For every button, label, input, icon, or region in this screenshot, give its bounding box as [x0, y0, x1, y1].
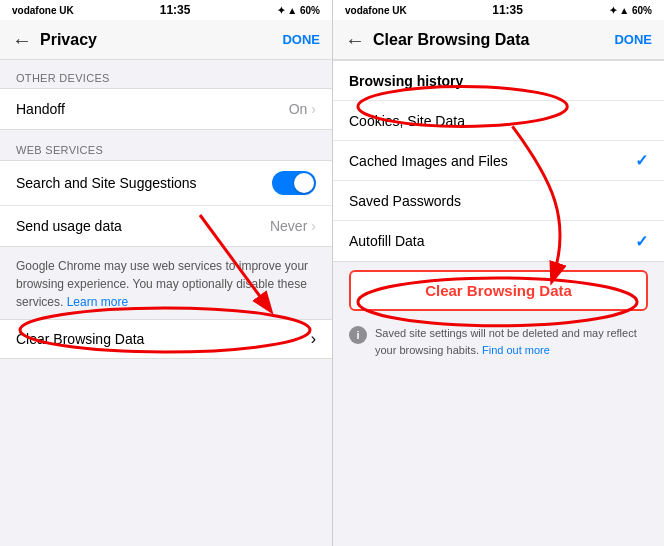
search-suggestions-toggle[interactable] [272, 171, 316, 195]
handoff-value: On [289, 101, 308, 117]
info-row: i Saved site settings will not be delete… [333, 317, 664, 366]
left-status-icons: ✦ ▲ 60% [277, 5, 320, 16]
left-carrier: vodafone UK [12, 5, 74, 16]
info-icon: i [349, 326, 367, 344]
left-nav-bar: ← Privacy DONE [0, 20, 332, 60]
right-back-button[interactable]: ← [345, 30, 365, 50]
browsing-data-options: Browsing history Cookies, Site Data Cach… [333, 60, 664, 262]
left-done-button[interactable]: DONE [282, 32, 320, 47]
left-phone-panel: vodafone UK 11:35 ✦ ▲ 60% ← Privacy DONE… [0, 0, 332, 546]
clear-data-button[interactable]: Clear Browsing Data [349, 270, 648, 311]
autofill-checkmark-icon: ✓ [635, 232, 648, 251]
left-status-bar: vodafone UK 11:35 ✦ ▲ 60% [0, 0, 332, 20]
learn-more-link[interactable]: Learn more [67, 295, 128, 309]
web-services-group: Search and Site Suggestions Send usage d… [0, 160, 332, 247]
left-back-button[interactable]: ← [12, 30, 32, 50]
send-usage-row[interactable]: Send usage data Never › [0, 206, 332, 246]
web-services-description: Google Chrome may use web services to im… [0, 249, 332, 315]
autofill-data-label: Autofill Data [349, 233, 635, 249]
other-devices-label: Other Devices [0, 60, 332, 88]
handoff-row[interactable]: Handoff On › [0, 89, 332, 129]
right-phone-panel: vodafone UK 11:35 ✦ ▲ 60% ← Clear Browsi… [332, 0, 664, 546]
clear-data-button-label: Clear Browsing Data [425, 282, 572, 299]
cached-images-label: Cached Images and Files [349, 153, 635, 169]
find-out-more-link[interactable]: Find out more [482, 344, 550, 356]
cookies-row[interactable]: Cookies, Site Data [333, 101, 664, 141]
saved-passwords-row[interactable]: Saved Passwords [333, 181, 664, 221]
clear-browsing-data-label: Clear Browsing Data [16, 331, 311, 347]
right-nav-bar: ← Clear Browsing Data DONE [333, 20, 664, 60]
search-suggestions-row[interactable]: Search and Site Suggestions [0, 161, 332, 206]
right-status-bar: vodafone UK 11:35 ✦ ▲ 60% [333, 0, 664, 20]
right-status-icons: ✦ ▲ 60% [609, 5, 652, 16]
cached-images-row[interactable]: Cached Images and Files ✓ [333, 141, 664, 181]
handoff-chevron-icon: › [311, 101, 316, 117]
left-page-title: Privacy [40, 31, 282, 49]
handoff-label: Handoff [16, 101, 289, 117]
browsing-history-row[interactable]: Browsing history [333, 61, 664, 101]
other-devices-group: Handoff On › [0, 88, 332, 130]
search-suggestions-label: Search and Site Suggestions [16, 175, 272, 191]
left-time: 11:35 [160, 3, 191, 17]
right-time: 11:35 [492, 3, 523, 17]
cookies-label: Cookies, Site Data [349, 113, 648, 129]
autofill-data-row[interactable]: Autofill Data ✓ [333, 221, 664, 261]
browsing-history-label: Browsing history [349, 73, 648, 89]
right-page-title: Clear Browsing Data [373, 31, 614, 49]
saved-passwords-label: Saved Passwords [349, 193, 648, 209]
clear-browsing-data-row[interactable]: Clear Browsing Data › [0, 319, 332, 359]
clear-browsing-data-chevron-icon: › [311, 330, 316, 348]
send-usage-value: Never [270, 218, 307, 234]
right-done-button[interactable]: DONE [614, 32, 652, 47]
web-services-label: Web Services [0, 132, 332, 160]
send-usage-chevron-icon: › [311, 218, 316, 234]
right-carrier: vodafone UK [345, 5, 407, 16]
cached-images-checkmark-icon: ✓ [635, 151, 648, 170]
info-text: Saved site settings will not be deleted … [375, 325, 648, 358]
send-usage-label: Send usage data [16, 218, 270, 234]
